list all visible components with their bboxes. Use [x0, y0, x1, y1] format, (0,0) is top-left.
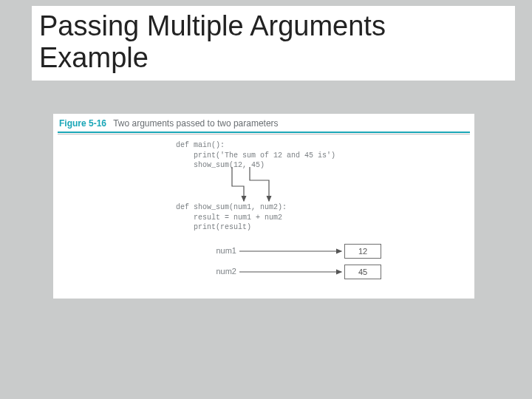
slide-title: Passing Multiple Arguments Example [39, 10, 508, 73]
code-main: def main(): print('The sum of 12 and 45 … [176, 140, 335, 171]
figure-label: Figure 5-16 [59, 118, 106, 129]
slide-title-block: Passing Multiple Arguments Example [32, 6, 515, 81]
slide-title-line1: Passing Multiple Arguments [39, 10, 386, 41]
slide: Passing Multiple Arguments Example Figur… [0, 0, 532, 399]
figure-caption: Two arguments passed to two parameters [113, 118, 278, 129]
figure-body: def main(): print('The sum of 12 and 45 … [53, 134, 474, 290]
param-box-num1: 12 [344, 244, 381, 259]
code-showsum: def show_sum(num1, num2): result = num1 … [176, 202, 287, 233]
param-label-num1: num1 [201, 246, 236, 255]
figure-panel: Figure 5-16 Two arguments passed to two … [53, 114, 474, 299]
figure-header: Figure 5-16 Two arguments passed to two … [53, 114, 474, 132]
figure-rule-accent [58, 132, 470, 133]
slide-title-line2: Example [39, 42, 149, 73]
param-box-num2: 45 [344, 265, 381, 279]
param-label-num2: num2 [201, 267, 236, 276]
